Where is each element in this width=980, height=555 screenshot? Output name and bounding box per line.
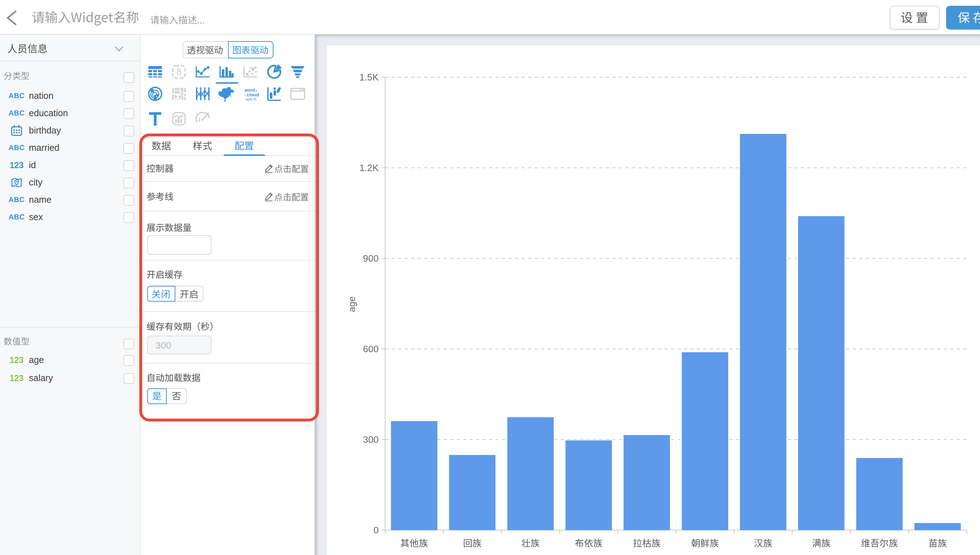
svg-text:900: 900: [363, 253, 378, 263]
svg-text:agile Bi: agile Bi: [245, 98, 256, 101]
svg-text:a: a: [244, 94, 246, 96]
svg-text:300: 300: [363, 434, 378, 444]
svg-text:age: age: [346, 296, 357, 311]
svg-text:0: 0: [373, 525, 378, 535]
svg-text:1.5K: 1.5K: [359, 71, 378, 82]
svg-text:cloud: cloud: [247, 92, 259, 98]
svg-text:8: 8: [176, 67, 181, 77]
svg-text:600: 600: [363, 343, 378, 354]
svg-text:1.2K: 1.2K: [359, 162, 378, 173]
